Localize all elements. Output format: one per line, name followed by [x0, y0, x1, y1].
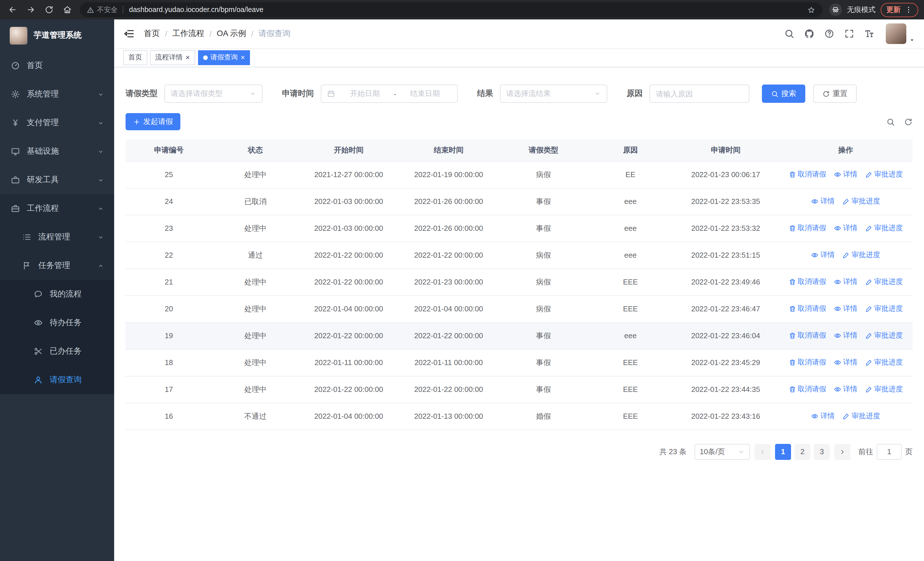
sidebar-item-dev-tools[interactable]: 研发工具 — [0, 165, 114, 194]
detail-link[interactable]: 详情 — [834, 169, 858, 179]
table-toolbar: 发起请假 — [126, 113, 913, 130]
page-button-3[interactable]: 3 — [814, 444, 830, 460]
detail-link[interactable]: 详情 — [811, 196, 835, 206]
cell-end-time: 2022-01-22 00:00:00 — [399, 242, 498, 269]
approval-progress-link[interactable]: 审批进度 — [865, 331, 903, 340]
sidebar-item-payment-management[interactable]: 支付管理 — [0, 108, 114, 137]
approval-progress-link[interactable]: 审批进度 — [865, 357, 903, 367]
cell-leave-type: 事假 — [498, 188, 588, 215]
prev-page-button[interactable] — [754, 444, 771, 460]
tab-home[interactable]: 首页 — [123, 50, 147, 65]
sidebar-item-leave-query[interactable]: 请假查询 — [0, 365, 114, 394]
browser-menu-icon[interactable] — [904, 6, 913, 14]
close-tab-icon[interactable]: × — [186, 54, 190, 61]
approval-progress-link[interactable]: 审批进度 — [865, 384, 903, 394]
approval-progress-link[interactable]: 审批进度 — [842, 250, 880, 260]
page-button-2[interactable]: 2 — [795, 444, 810, 460]
result-label: 结果 — [477, 89, 493, 99]
font-size-icon[interactable] — [864, 29, 874, 39]
leave-type-select[interactable]: 请选择请假类型 — [164, 84, 262, 103]
detail-link[interactable]: 详情 — [834, 331, 858, 340]
browser-forward-button[interactable] — [24, 3, 38, 17]
detail-link[interactable]: 详情 — [834, 223, 858, 233]
logo-image — [10, 27, 27, 44]
sidebar-item-label: 支付管理 — [27, 118, 98, 128]
table-header-row: 申请编号状态开始时间结束时间请假类型原因申请时间操作 — [126, 139, 913, 161]
create-leave-button[interactable]: 发起请假 — [126, 113, 180, 130]
user-menu[interactable] — [886, 23, 915, 44]
help-icon[interactable] — [824, 29, 834, 39]
cell-end-time: 2022-01-22 00:00:00 — [399, 322, 498, 349]
sidebar-item-system-management[interactable]: 系统管理 — [0, 80, 114, 108]
total-count: 共 23 条 — [660, 447, 687, 457]
reason-input[interactable] — [656, 89, 743, 98]
address-bar[interactable]: 不安全 dashboard.yudao.iocoder.cn/bpm/oa/le… — [80, 2, 822, 17]
sidebar-toggle-button[interactable] — [123, 28, 135, 39]
approval-progress-link[interactable]: 审批进度 — [865, 304, 903, 313]
sidebar-item-workflow[interactable]: 工作流程 — [0, 194, 114, 223]
detail-link[interactable]: 详情 — [834, 277, 858, 286]
sidebar-item-label: 系统管理 — [27, 89, 98, 99]
sidebar-item-infrastructure[interactable]: 基础设施 — [0, 137, 114, 165]
close-tab-icon[interactable]: × — [240, 54, 245, 61]
bookmark-star-icon[interactable] — [807, 5, 816, 14]
header-search-icon[interactable] — [784, 29, 795, 39]
breadcrumb-item[interactable]: 首页 — [144, 29, 160, 39]
refresh-table-button[interactable] — [904, 117, 913, 126]
breadcrumb-item[interactable]: OA 示例 — [217, 29, 246, 39]
cancel-leave-link[interactable]: 取消请假 — [789, 277, 826, 286]
browser-reload-button[interactable] — [42, 3, 56, 17]
chevron-up-icon — [98, 205, 104, 212]
cell-apply-id: 22 — [126, 242, 212, 269]
detail-link[interactable]: 详情 — [834, 357, 858, 367]
detail-link[interactable]: 详情 — [834, 384, 858, 394]
github-icon[interactable] — [804, 29, 814, 39]
cell-leave-type: 病假 — [498, 242, 588, 269]
sidebar-item-my-process[interactable]: 我的流程 — [0, 280, 114, 308]
cancel-leave-link[interactable]: 取消请假 — [789, 357, 826, 367]
edit-icon — [865, 170, 873, 178]
page-button-1[interactable]: 1 — [775, 444, 791, 460]
tab-process-detail[interactable]: 流程详情 × — [150, 50, 195, 65]
chevron-down-icon — [98, 148, 104, 155]
tab-leave-query[interactable]: 请假查询 × — [198, 50, 250, 65]
detail-link[interactable]: 详情 — [834, 304, 858, 313]
approval-progress-link[interactable]: 审批进度 — [865, 169, 903, 179]
result-select[interactable]: 请选择流结果 — [500, 84, 607, 103]
next-page-button[interactable] — [834, 444, 850, 460]
approval-progress-link[interactable]: 审批进度 — [842, 411, 880, 421]
user-icon — [33, 375, 43, 385]
reset-button[interactable]: 重置 — [813, 84, 856, 103]
page-size-select[interactable]: 10条/页 — [694, 444, 750, 460]
approval-progress-link[interactable]: 审批进度 — [865, 277, 903, 286]
cancel-leave-link[interactable]: 取消请假 — [789, 331, 826, 340]
sidebar-item-todo-tasks[interactable]: 待办任务 — [0, 308, 114, 337]
approval-progress-link[interactable]: 审批进度 — [865, 223, 903, 233]
sidebar-item-done-tasks[interactable]: 已办任务 — [0, 337, 114, 365]
cancel-leave-link[interactable]: 取消请假 — [789, 384, 826, 394]
cancel-leave-link[interactable]: 取消请假 — [789, 223, 826, 233]
update-button[interactable]: 更新 — [880, 3, 918, 17]
fullscreen-icon[interactable] — [844, 29, 854, 39]
detail-link[interactable]: 详情 — [811, 250, 835, 260]
browser-home-button[interactable] — [60, 3, 74, 17]
cancel-leave-link[interactable]: 取消请假 — [789, 304, 826, 313]
column-header: 开始时间 — [299, 139, 399, 161]
scissors-icon — [33, 346, 43, 356]
sidebar-item-process-management[interactable]: 流程管理 — [0, 223, 114, 251]
chevron-down-icon — [98, 91, 104, 98]
detail-link[interactable]: 详情 — [811, 411, 835, 421]
goto-page-input[interactable] — [877, 444, 902, 460]
search-button[interactable]: 搜索 — [762, 84, 805, 103]
app-logo: 芋道管理系统 — [0, 20, 114, 51]
toggle-search-button[interactable] — [886, 117, 895, 126]
breadcrumb-item[interactable]: 工作流程 — [172, 29, 204, 39]
approval-progress-link[interactable]: 审批进度 — [842, 196, 880, 206]
gear-icon — [10, 89, 20, 99]
sidebar-item-task-management[interactable]: 任务管理 — [0, 251, 114, 280]
apply-time-range-picker[interactable]: 开始日期 - 结束日期 — [321, 84, 458, 103]
cell-end-time: 2022-01-19 00:00:00 — [399, 161, 498, 188]
cancel-leave-link[interactable]: 取消请假 — [789, 169, 826, 179]
browser-back-button[interactable] — [6, 3, 20, 17]
sidebar-item-home[interactable]: 首页 — [0, 51, 114, 80]
